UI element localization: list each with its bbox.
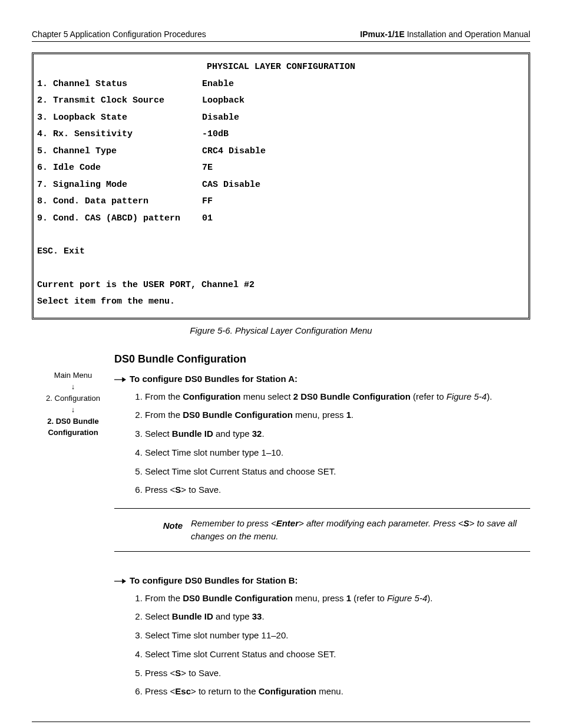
section-title: DS0 Bundle Configuration bbox=[114, 353, 530, 365]
terminal-row: 2. Transmit Clock SourceLoopback bbox=[37, 93, 525, 110]
step: Press <Esc> to return to the Configurati… bbox=[145, 685, 530, 698]
nav-item-current: Configuration bbox=[32, 427, 114, 439]
terminal-esc: ESC. Exit bbox=[37, 243, 525, 261]
step: From the DS0 Bundle Configuration menu, … bbox=[145, 592, 530, 605]
term-value: Disable bbox=[202, 110, 239, 127]
term-label: 2. Transmit Clock Source bbox=[37, 93, 202, 110]
step: Press <S> to Save. bbox=[145, 483, 530, 496]
term-value: 7E bbox=[202, 160, 213, 177]
arrow-right-icon bbox=[114, 374, 130, 386]
step: Select Time slot number type 11–20. bbox=[145, 629, 530, 642]
svg-marker-3 bbox=[122, 578, 126, 583]
step: Press <S> to Save. bbox=[145, 667, 530, 680]
terminal-row: 6. Idle Code7E bbox=[37, 160, 525, 177]
header-right-rest: Installation and Operation Manual bbox=[405, 29, 530, 39]
page: Chapter 5 Application Configuration Proc… bbox=[0, 0, 562, 728]
term-value: -10dB bbox=[202, 126, 229, 143]
term-label: 1. Channel Status bbox=[37, 76, 202, 93]
term-value: CRC4 Disable bbox=[202, 143, 266, 160]
procedure-title: To configure DS0 Bundles for Station B: bbox=[130, 575, 298, 585]
nav-item: Main Menu bbox=[32, 370, 114, 381]
step: Select Time slot Current Status and choo… bbox=[145, 648, 530, 661]
step: Select Time slot Current Status and choo… bbox=[145, 465, 530, 478]
term-label: 9. Cond. CAS (ABCD) pattern bbox=[37, 210, 202, 228]
procedure-steps: From the DS0 Bundle Configuration menu, … bbox=[114, 592, 530, 699]
term-label: 7. Signaling Mode bbox=[37, 177, 202, 194]
header-right: IPmux-1/1E Installation and Operation Ma… bbox=[360, 29, 530, 39]
terminal-title: PHYSICAL LAYER CONFIGURATION bbox=[37, 59, 525, 76]
term-label: 3. Loopback State bbox=[37, 110, 202, 127]
svg-marker-1 bbox=[122, 377, 126, 381]
content-row: Main Menu ↓ 2. Configuration ↓ 2. DS0 Bu… bbox=[32, 353, 530, 710]
terminal-select-line: Select item from the menu. bbox=[37, 294, 525, 311]
terminal-row: 7. Signaling ModeCAS Disable bbox=[37, 177, 525, 194]
procedure-heading: To configure DS0 Bundles for Station A: bbox=[114, 374, 530, 386]
term-value: Loopback bbox=[202, 93, 244, 110]
navigation-path: Main Menu ↓ 2. Configuration ↓ 2. DS0 Bu… bbox=[32, 353, 114, 710]
term-value: Enable bbox=[202, 76, 234, 93]
step: Select Bundle ID and type 33. bbox=[145, 610, 530, 623]
term-label: 6. Idle Code bbox=[37, 160, 202, 177]
terminal-port-line: Current port is the USER PORT, Channel #… bbox=[37, 277, 525, 294]
terminal-row: 3. Loopback StateDisable bbox=[37, 110, 525, 127]
terminal-row: 9. Cond. CAS (ABCD) pattern01 bbox=[37, 210, 525, 228]
procedure-title: To configure DS0 Bundles for Station A: bbox=[130, 374, 297, 384]
step: From the DS0 Bundle Configuration menu, … bbox=[145, 409, 530, 421]
step: From the Configuration menu select 2 DS0… bbox=[145, 390, 530, 403]
procedure-heading: To configure DS0 Bundles for Station B: bbox=[114, 575, 530, 587]
step: Select Time slot number type 1–10. bbox=[145, 446, 530, 459]
term-label: 4. Rx. Sensitivity bbox=[37, 126, 202, 143]
terminal-row: 1. Channel StatusEnable bbox=[37, 76, 525, 93]
down-arrow-icon: ↓ bbox=[32, 381, 114, 393]
terminal-row: 8. Cond. Data patternFF bbox=[37, 193, 525, 210]
term-value: 01 bbox=[202, 210, 213, 228]
terminal-row: 4. Rx. Sensitivity-10dB bbox=[37, 126, 525, 143]
terminal-screen: PHYSICAL LAYER CONFIGURATION 1. Channel … bbox=[32, 52, 530, 319]
note-body: Remember to press <Enter> after modifyin… bbox=[191, 517, 530, 543]
nav-item-current: 2. DS0 Bundle bbox=[32, 416, 114, 427]
terminal-row: 5. Channel TypeCRC4 Disable bbox=[37, 143, 525, 160]
header-left: Chapter 5 Application Configuration Proc… bbox=[32, 29, 206, 39]
step: Select Bundle ID and type 32. bbox=[145, 427, 530, 440]
term-value: CAS Disable bbox=[202, 177, 260, 194]
main-column: DS0 Bundle Configuration To configure DS… bbox=[114, 353, 530, 710]
note-label: Note bbox=[114, 517, 191, 543]
figure-caption: Figure 5-6. Physical Layer Configuration… bbox=[32, 325, 530, 335]
nav-item: 2. Configuration bbox=[32, 393, 114, 404]
page-bottom: 5-12 IPmux-4 bbox=[32, 722, 530, 728]
page-header: Chapter 5 Application Configuration Proc… bbox=[32, 29, 530, 42]
down-arrow-icon: ↓ bbox=[32, 404, 114, 416]
term-label: 5. Channel Type bbox=[37, 143, 202, 160]
header-right-bold: IPmux-1/1E bbox=[360, 29, 404, 39]
term-label: 8. Cond. Data pattern bbox=[37, 193, 202, 210]
note-block: Note Remember to press <Enter> after mod… bbox=[114, 508, 530, 552]
procedure-steps: From the Configuration menu select 2 DS0… bbox=[114, 390, 530, 497]
arrow-right-icon bbox=[114, 575, 130, 587]
term-value: FF bbox=[202, 193, 213, 210]
